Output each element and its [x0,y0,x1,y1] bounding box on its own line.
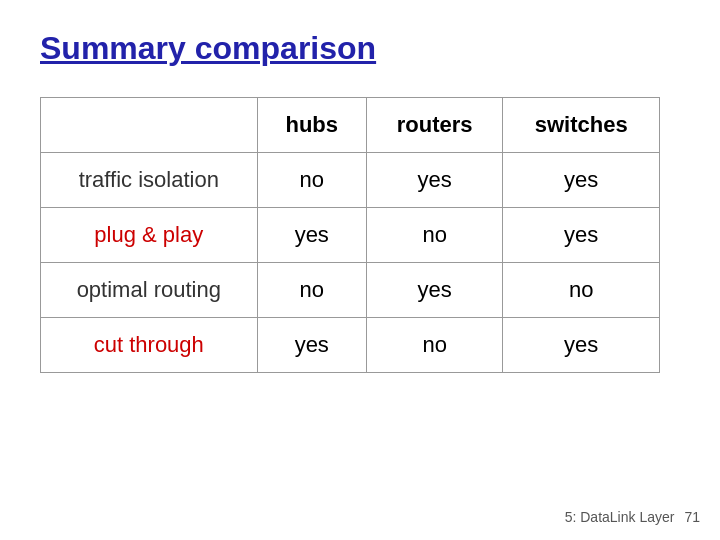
row-label-traffic-isolation: traffic isolation [41,153,258,208]
cell-plug-hubs: yes [257,208,366,263]
page-title: Summary comparison [40,30,680,67]
cell-optimal-hubs: no [257,263,366,318]
header-hubs: hubs [257,98,366,153]
cell-optimal-switches: no [503,263,660,318]
footer: 5: DataLink Layer 71 [565,509,700,525]
row-label-plug-play: plug & play [41,208,258,263]
table-row: cut through yes no yes [41,318,660,373]
cell-plug-switches: yes [503,208,660,263]
cell-plug-routers: no [366,208,503,263]
cell-traffic-hubs: no [257,153,366,208]
comparison-table: hubs routers switches traffic isolation … [40,97,660,373]
header-empty [41,98,258,153]
cell-cut-hubs: yes [257,318,366,373]
cell-optimal-routers: yes [366,263,503,318]
table-header-row: hubs routers switches [41,98,660,153]
slide-number: 71 [684,509,700,525]
cell-traffic-routers: yes [366,153,503,208]
row-label-cut-through: cut through [41,318,258,373]
header-routers: routers [366,98,503,153]
cell-cut-routers: no [366,318,503,373]
table-row: plug & play yes no yes [41,208,660,263]
slide-label: 5: DataLink Layer [565,509,675,525]
row-label-optimal-routing: optimal routing [41,263,258,318]
table-row: traffic isolation no yes yes [41,153,660,208]
cell-cut-switches: yes [503,318,660,373]
page-container: Summary comparison hubs routers switches… [0,0,720,540]
header-switches: switches [503,98,660,153]
table-row: optimal routing no yes no [41,263,660,318]
cell-traffic-switches: yes [503,153,660,208]
